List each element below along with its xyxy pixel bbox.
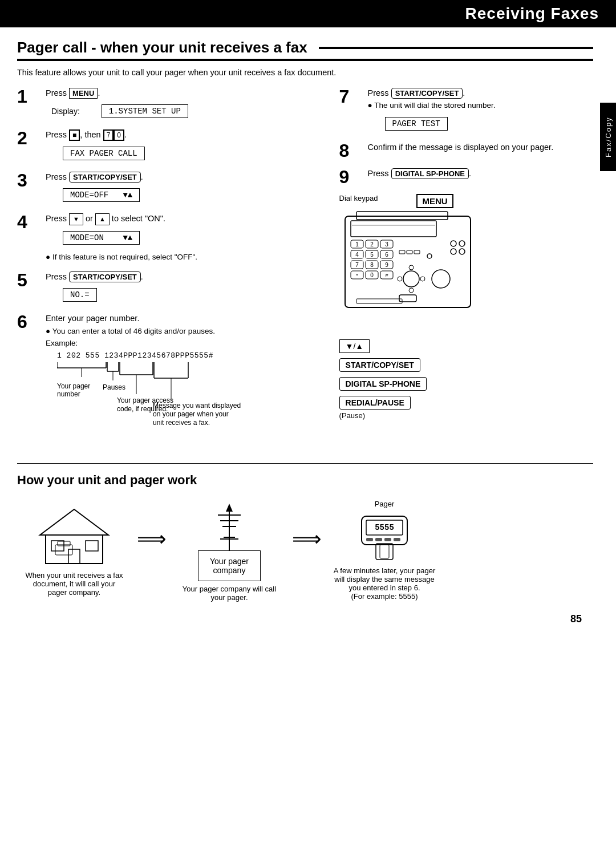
step-7-bullet: ● The unit will dial the stored number.: [368, 100, 593, 111]
hash-key: ■: [69, 129, 80, 141]
step-6-bullet1: ● You can enter a total of 46 digits and…: [46, 326, 322, 337]
step-9-content: Press DIGITAL SP-PHONE.: [368, 168, 593, 179]
step-num-1: 1: [17, 87, 40, 106]
svg-point-52: [451, 241, 456, 246]
svg-point-65: [432, 270, 450, 288]
step-8-content: Confirm if the message is displayed on y…: [368, 141, 593, 153]
section-title: Pager call - when your unit receives a f…: [17, 39, 593, 61]
svg-point-59: [427, 254, 432, 258]
svg-rect-88: [376, 544, 393, 560]
page-header: Receiving Faxes: [0, 0, 616, 27]
step-6-example-label: Example:: [46, 338, 322, 349]
machine-diagram-area: Dial keypad MENU 1: [339, 194, 593, 420]
bracket-diagram: Your pager number Pauses: [57, 360, 262, 440]
flow-caption-2: Your pager company will call your pager.: [178, 585, 281, 602]
svg-rect-58: [414, 250, 420, 254]
svg-text:8: 8: [370, 262, 374, 268]
svg-text:6: 6: [385, 252, 388, 258]
svg-point-62: [420, 277, 425, 281]
pager-device-label: Pager: [375, 500, 395, 508]
example-number: 1 202 555 1234PPP12345678PPP5555#: [57, 351, 322, 360]
two-col-layout: 1 Press MENU. Display: 1.SYSTEM SET UP 2…: [17, 87, 593, 449]
step-4: 4 Press ▼ or ▲ to select "ON". MODE=ON ▼…: [17, 213, 322, 263]
svg-text:Message you want displayed: Message you want displayed: [153, 402, 241, 410]
step-num-6: 6: [17, 313, 40, 331]
step-7-content: Press START/COPY/SET. ● The unit will di…: [368, 87, 593, 133]
start-copy-set-btn: START/COPY/SET: [339, 358, 420, 372]
flow-item-2: Your pagercompany Your pager company wil…: [172, 499, 286, 602]
digital-sp-phone-key-9: DIGITAL SP-PHONE: [391, 168, 469, 179]
svg-rect-89: [380, 545, 389, 558]
dial-keypad-label: Dial keypad: [339, 194, 378, 202]
svg-text:4: 4: [355, 252, 359, 258]
svg-rect-87: [394, 538, 400, 541]
key-0: 0: [114, 129, 124, 141]
step-5: 5 Press START/COPY/SET. NO.=: [17, 271, 322, 305]
side-tab: Fax/Copy: [600, 103, 616, 171]
flow-caption-3: A few minutes later, your pager will dis…: [333, 566, 436, 601]
menu-key: MENU: [69, 88, 98, 99]
pager-company-box: Your pagercompany: [198, 550, 261, 581]
down-arrow-key: ▼: [69, 213, 83, 225]
display-no: NO.=: [63, 288, 97, 302]
start-copy-set-key-5: START/COPY/SET: [69, 271, 141, 282]
svg-text:3: 3: [385, 241, 388, 248]
flow-item-1: When your unit receives a fax document, …: [17, 504, 131, 597]
start-copy-set-key-3: START/COPY/SET: [69, 172, 141, 183]
house-fax-svg: [31, 504, 117, 566]
svg-rect-26: [351, 221, 436, 237]
svg-point-54: [451, 249, 456, 254]
svg-text:0: 0: [370, 272, 374, 278]
step-num-9: 9: [339, 168, 362, 186]
example-block: 1 202 555 1234PPP12345678PPP5555# Your p…: [57, 351, 322, 441]
svg-point-64: [409, 288, 414, 293]
step-num-7: 7: [339, 87, 362, 106]
page-number: 85: [17, 613, 593, 625]
svg-text:Your pager: Your pager: [57, 382, 90, 390]
svg-rect-85: [375, 538, 382, 541]
subsection-title: How your unit and pager work: [17, 473, 593, 488]
svg-text:9: 9: [385, 262, 388, 268]
pause-text: (Pause): [339, 411, 427, 420]
redial-pause-btn: REDIAL/PAUSE: [339, 396, 411, 410]
svg-marker-80: [226, 504, 233, 512]
svg-rect-67: [356, 299, 402, 303]
display-mode-off: MODE=OFF ▼▲: [63, 188, 140, 202]
step-8: 8 Confirm if the message is displayed on…: [339, 141, 593, 160]
display-mode-on: MODE=ON ▼▲: [63, 231, 140, 245]
svg-point-63: [398, 277, 402, 281]
svg-rect-84: [366, 538, 373, 541]
flow-item-3: Pager 5555 A few: [327, 500, 441, 601]
step-1-content: Press MENU. Display: 1.SYSTEM SET UP: [46, 87, 322, 121]
digital-sp-phone-btn: DIGITAL SP-PHONE: [339, 377, 427, 391]
svg-text:2: 2: [370, 241, 374, 248]
title-line: [319, 47, 593, 49]
svg-text:number: number: [57, 390, 80, 398]
antenna-svg: [195, 499, 264, 545]
step-num-2: 2: [17, 129, 40, 147]
step-3: 3 Press START/COPY/SET. MODE=OFF ▼▲: [17, 171, 322, 205]
svg-text:7: 7: [355, 262, 359, 268]
main-content: Pager call - when your unit receives a f…: [0, 27, 616, 642]
step-4-content: Press ▼ or ▲ to select "ON". MODE=ON ▼▲ …: [46, 213, 322, 263]
step-5-content: Press START/COPY/SET. NO.=: [46, 271, 322, 305]
flow-caption-1: When your unit receives a fax document, …: [23, 571, 125, 597]
svg-point-53: [459, 241, 465, 246]
step-num-3: 3: [17, 171, 40, 189]
step-num-5: 5: [17, 271, 40, 289]
menu-label-machine: MENU: [416, 194, 453, 208]
flow-arrow-2: ⟹: [292, 527, 322, 551]
svg-rect-56: [399, 250, 405, 254]
section-divider: [17, 463, 593, 464]
svg-rect-57: [407, 250, 412, 254]
step-7: 7 Press START/COPY/SET. ● The unit will …: [339, 87, 593, 133]
pager-flow: When your unit receives a fax document, …: [17, 499, 593, 602]
display-pager-test: PAGER TEST: [385, 117, 448, 131]
step-2: 2 Press ■, then 70. FAX PAGER CALL: [17, 129, 322, 163]
left-column: 1 Press MENU. Display: 1.SYSTEM SET UP 2…: [17, 87, 322, 449]
svg-point-60: [403, 271, 419, 287]
step-2-content: Press ■, then 70. FAX PAGER CALL: [46, 129, 322, 163]
svg-marker-68: [40, 509, 108, 535]
flow-arrow-1: ⟹: [137, 527, 167, 551]
step-6-content: Enter your pager number. ● You can enter…: [46, 313, 322, 441]
